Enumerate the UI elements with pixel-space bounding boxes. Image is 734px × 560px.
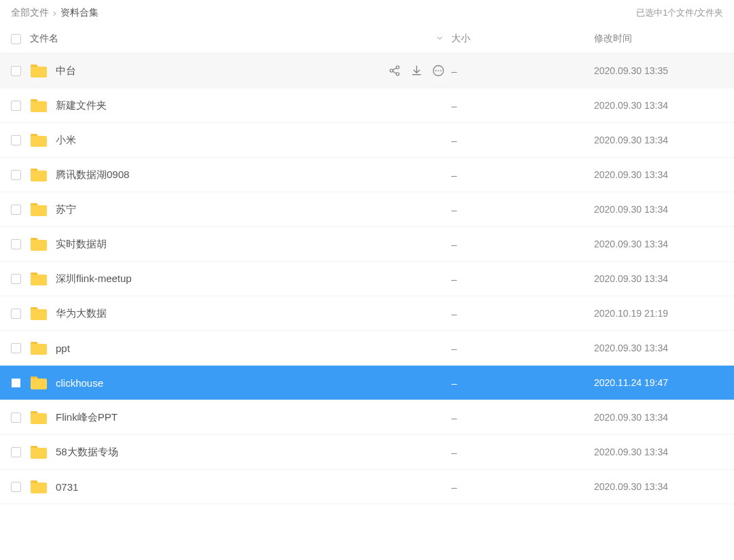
row-checkbox[interactable] [11, 239, 21, 249]
share-icon[interactable] [387, 63, 402, 78]
file-size: – [451, 412, 594, 423]
folder-icon [30, 306, 48, 321]
row-actions [387, 63, 446, 78]
select-all-checkbox[interactable] [11, 34, 21, 44]
file-name[interactable]: 中台 [56, 65, 76, 77]
folder-icon [30, 375, 48, 390]
file-list: 中台–2020.09.30 13:35新建文件夹–2020.09.30 13:3… [0, 54, 734, 504]
download-icon[interactable] [409, 63, 424, 78]
row-checkbox[interactable] [11, 309, 21, 319]
file-name[interactable]: 0731 [56, 481, 78, 493]
file-size: – [451, 169, 594, 181]
folder-icon [30, 63, 48, 78]
folder-icon [30, 133, 48, 147]
row-checkbox[interactable] [11, 447, 21, 457]
row-checkbox[interactable] [11, 378, 21, 388]
file-name[interactable]: 苏宁 [56, 203, 76, 216]
table-row[interactable]: 苏宁–2020.09.30 13:34 [0, 192, 734, 227]
file-name[interactable]: 华为大数据 [56, 307, 107, 320]
row-checkbox[interactable] [11, 66, 21, 76]
selection-status: 已选中1个文件/文件夹 [636, 7, 723, 19]
file-name[interactable]: 腾讯数据湖0908 [56, 169, 129, 181]
file-size: – [451, 447, 594, 458]
row-checkbox[interactable] [11, 101, 21, 111]
table-row[interactable]: 华为大数据–2020.10.19 21:19 [0, 296, 734, 331]
file-time: 2020.09.30 13:34 [594, 100, 723, 111]
row-checkbox[interactable] [11, 135, 21, 145]
column-name-header[interactable]: 文件名 [30, 33, 451, 45]
column-size-header[interactable]: 大小 [451, 33, 594, 45]
table-row[interactable]: 腾讯数据湖0908–2020.09.30 13:34 [0, 158, 734, 192]
file-time: 2020.10.19 21:19 [594, 308, 723, 319]
file-name[interactable]: 深圳flink-meetup [56, 273, 132, 285]
file-size: – [451, 204, 594, 215]
table-row[interactable]: 实时数据胡–2020.09.30 13:34 [0, 227, 734, 262]
file-time: 2020.09.30 13:34 [594, 447, 723, 457]
file-time: 2020.09.30 13:34 [594, 135, 723, 145]
file-time: 2020.09.30 13:34 [594, 481, 723, 492]
table-row[interactable]: 0731–2020.09.30 13:34 [0, 470, 734, 504]
file-size: – [451, 65, 594, 77]
chevron-down-icon[interactable] [435, 33, 444, 45]
row-checkbox[interactable] [11, 205, 21, 215]
file-name[interactable]: 实时数据胡 [56, 238, 107, 251]
file-name[interactable]: Flink峰会PPT [56, 411, 118, 424]
file-time: 2020.09.30 13:34 [594, 343, 723, 353]
row-checkbox[interactable] [11, 343, 21, 353]
file-name[interactable]: 新建文件夹 [56, 99, 107, 112]
breadcrumb-root[interactable]: 全部文件 [11, 7, 49, 19]
folder-icon [30, 410, 48, 425]
folder-icon [30, 444, 48, 459]
file-time: 2020.09.30 13:34 [594, 273, 723, 284]
folder-icon [30, 271, 48, 286]
file-size: – [451, 308, 594, 319]
file-size: – [451, 343, 594, 354]
file-size: – [451, 135, 594, 146]
column-time-header[interactable]: 修改时间 [594, 33, 723, 45]
file-size: – [451, 481, 594, 493]
file-size: – [451, 377, 594, 389]
file-time: 2020.09.30 13:34 [594, 412, 723, 423]
file-name[interactable]: 小米 [56, 134, 76, 147]
file-size: – [451, 239, 594, 250]
chevron-right-icon: › [53, 7, 56, 18]
file-name[interactable]: ppt [56, 343, 70, 354]
file-time: 2020.09.30 13:34 [594, 204, 723, 215]
table-row[interactable]: 中台–2020.09.30 13:35 [0, 54, 734, 88]
column-name-label: 文件名 [30, 33, 58, 45]
table-row[interactable]: 深圳flink-meetup–2020.09.30 13:34 [0, 262, 734, 296]
file-time: 2020.11.24 19:47 [594, 377, 723, 388]
breadcrumb-current[interactable]: 资料合集 [60, 7, 99, 19]
folder-icon [30, 202, 48, 217]
row-checkbox[interactable] [11, 413, 21, 423]
folder-icon [30, 479, 48, 494]
file-time: 2020.09.30 13:35 [594, 65, 723, 76]
file-size: – [451, 100, 594, 111]
breadcrumb: 全部文件 › 资料合集 [11, 7, 99, 19]
folder-icon [30, 167, 48, 182]
file-name[interactable]: clickhouse [56, 377, 103, 389]
folder-icon [30, 340, 48, 355]
table-row[interactable]: 小米–2020.09.30 13:34 [0, 123, 734, 158]
row-checkbox[interactable] [11, 482, 21, 492]
table-header: 文件名 大小 修改时间 [0, 24, 734, 54]
file-time: 2020.09.30 13:34 [594, 239, 723, 249]
top-bar: 全部文件 › 资料合集 已选中1个文件/文件夹 [0, 0, 734, 24]
file-time: 2020.09.30 13:34 [594, 169, 723, 180]
more-icon[interactable] [431, 63, 446, 78]
table-row[interactable]: 58大数据专场–2020.09.30 13:34 [0, 435, 734, 470]
folder-icon [30, 237, 48, 251]
file-name[interactable]: 58大数据专场 [56, 446, 118, 459]
file-size: – [451, 273, 594, 285]
table-row[interactable]: 新建文件夹–2020.09.30 13:34 [0, 88, 734, 123]
row-checkbox[interactable] [11, 170, 21, 180]
table-row[interactable]: Flink峰会PPT–2020.09.30 13:34 [0, 400, 734, 435]
table-row[interactable]: clickhouse–2020.11.24 19:47 [0, 366, 734, 400]
row-checkbox[interactable] [11, 274, 21, 284]
folder-icon [30, 98, 48, 113]
table-row[interactable]: ppt–2020.09.30 13:34 [0, 331, 734, 366]
